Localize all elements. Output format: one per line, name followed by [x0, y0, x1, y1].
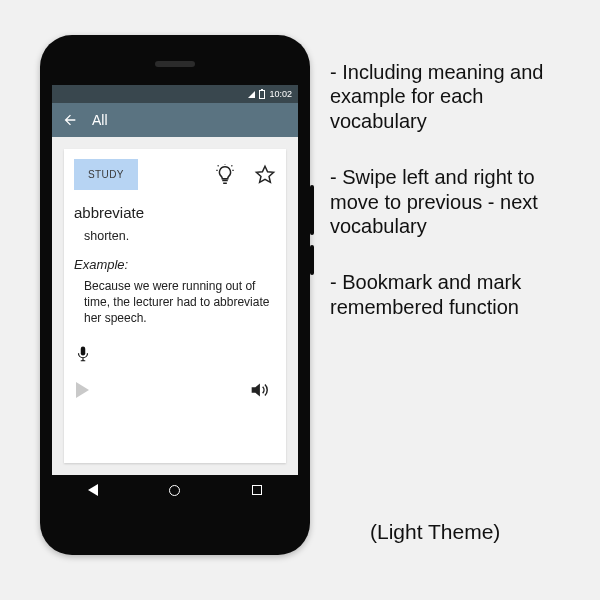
bullet-2: - Swipe left and right to move to previo… — [330, 165, 580, 238]
app-screen: 10:02 All STUDY — [52, 85, 298, 505]
phone-side-button — [310, 185, 314, 235]
nav-home-icon[interactable] — [169, 485, 180, 496]
example-text: Because we were running out of time, the… — [84, 278, 276, 327]
battery-icon — [259, 90, 265, 99]
microphone-icon[interactable] — [74, 343, 92, 365]
vocab-word: abbreviate — [74, 204, 276, 221]
app-bar: All — [52, 103, 298, 137]
phone-side-button — [310, 245, 314, 275]
status-time: 10:02 — [269, 89, 292, 99]
nav-back-icon[interactable] — [88, 484, 98, 496]
phone-mockup: 10:02 All STUDY — [40, 35, 310, 555]
phone-speaker — [155, 61, 195, 67]
star-icon[interactable] — [254, 164, 276, 186]
lightbulb-icon[interactable] — [214, 164, 236, 186]
vocab-meaning: shorten. — [84, 229, 276, 243]
bullet-1: - Including meaning and example for each… — [330, 60, 580, 133]
status-bar: 10:02 — [52, 85, 298, 103]
nav-recent-icon[interactable] — [252, 485, 262, 495]
speaker-icon[interactable] — [248, 379, 270, 401]
content-area: STUDY abbreviate shorten. Example: Bec — [52, 137, 298, 475]
signal-icon — [248, 91, 255, 98]
back-arrow-icon[interactable] — [62, 112, 78, 128]
marketing-text: - Including meaning and example for each… — [330, 60, 580, 351]
android-nav-bar — [52, 475, 298, 505]
example-label: Example: — [74, 257, 276, 272]
bullet-3: - Bookmark and mark remembered function — [330, 270, 580, 319]
card-top-row: STUDY — [74, 159, 276, 190]
vocab-card[interactable]: STUDY abbreviate shorten. Example: Bec — [64, 149, 286, 463]
appbar-title: All — [92, 112, 108, 128]
play-icon[interactable] — [76, 382, 89, 398]
theme-label: (Light Theme) — [370, 520, 500, 544]
study-button[interactable]: STUDY — [74, 159, 138, 190]
